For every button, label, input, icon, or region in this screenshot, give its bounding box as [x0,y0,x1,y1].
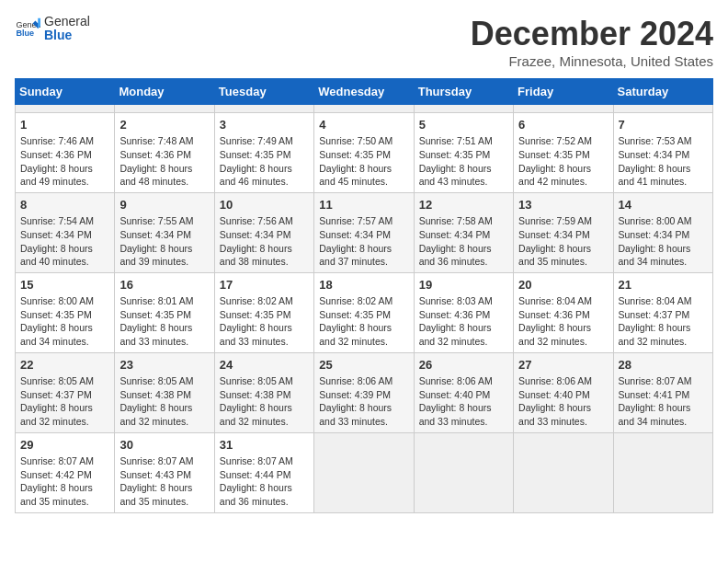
logo-icon: General Blue [15,16,40,41]
day-number: 30 [119,437,209,454]
sunrise-label: Sunrise: 7:58 AM [419,215,493,226]
day-number: 1 [20,117,109,133]
calendar-cell: 28Sunrise: 8:07 AMSunset: 4:41 PMDayligh… [613,352,712,432]
sunrise-label: Sunrise: 8:07 AM [20,455,94,466]
day-number: 3 [220,117,309,133]
sunrise-label: Sunrise: 8:07 AM [220,455,293,466]
day-number: 23 [119,357,209,373]
weekday-header-thursday: Thursday [414,79,513,105]
calendar-cell: 12Sunrise: 7:58 AMSunset: 4:34 PMDayligh… [414,192,513,272]
day-number: 12 [419,197,508,213]
sunrise-label: Sunrise: 7:53 AM [619,135,692,146]
sunset-label: Sunset: 4:35 PM [319,309,391,320]
sunrise-label: Sunrise: 7:54 AM [20,215,94,226]
sunset-label: Sunset: 4:39 PM [319,389,391,400]
sunset-label: Sunset: 4:34 PM [119,229,191,240]
sunset-label: Sunset: 4:38 PM [119,389,191,400]
calendar-table: SundayMondayTuesdayWednesdayThursdayFrid… [15,78,713,513]
logo-blue-text: Blue [44,29,90,42]
calendar-cell: 16Sunrise: 8:01 AMSunset: 4:35 PMDayligh… [115,272,214,352]
sunset-label: Sunset: 4:34 PM [419,229,491,240]
day-number: 27 [518,357,608,373]
calendar-cell [613,432,712,512]
daylight-label: Daylight: 8 hours and 33 minutes. [319,402,392,427]
daylight-label: Daylight: 8 hours and 49 minutes. [20,163,93,188]
day-number: 7 [619,117,708,133]
daylight-label: Daylight: 8 hours and 32 minutes. [220,402,292,427]
calendar-cell: 30Sunrise: 8:07 AMSunset: 4:43 PMDayligh… [115,432,214,512]
sunrise-label: Sunrise: 7:51 AM [419,135,493,146]
sunrise-label: Sunrise: 8:07 AM [619,375,692,386]
sunrise-label: Sunrise: 7:55 AM [119,215,193,226]
calendar-cell: 9Sunrise: 7:55 AMSunset: 4:34 PMDaylight… [115,192,214,272]
calendar-cell [514,105,613,113]
daylight-label: Daylight: 8 hours and 32 minutes. [119,402,192,427]
sunset-label: Sunset: 4:35 PM [518,149,590,160]
calendar-cell: 20Sunrise: 8:04 AMSunset: 4:36 PMDayligh… [514,272,613,352]
title-area: December 2024 Frazee, Minnesota, United … [471,15,713,69]
calendar-cell [314,105,414,113]
sunrise-label: Sunrise: 8:05 AM [20,375,94,386]
sunset-label: Sunset: 4:35 PM [220,309,291,320]
day-number: 14 [619,197,708,213]
sunrise-label: Sunrise: 7:57 AM [319,215,392,226]
sunset-label: Sunset: 4:37 PM [619,309,690,320]
calendar-cell: 19Sunrise: 8:03 AMSunset: 4:36 PMDayligh… [414,272,513,352]
calendar-week-4: 15Sunrise: 8:00 AMSunset: 4:35 PMDayligh… [16,272,713,352]
sunset-label: Sunset: 4:35 PM [419,149,491,160]
calendar-week-1 [16,105,713,113]
calendar-cell [314,432,414,512]
daylight-label: Daylight: 8 hours and 33 minutes. [220,322,292,347]
svg-text:Blue: Blue [16,29,34,39]
calendar-cell: 24Sunrise: 8:05 AMSunset: 4:38 PMDayligh… [214,352,313,432]
sunrise-label: Sunrise: 8:02 AM [220,295,293,306]
daylight-label: Daylight: 8 hours and 46 minutes. [220,163,292,188]
calendar-cell: 15Sunrise: 8:00 AMSunset: 4:35 PMDayligh… [16,272,115,352]
day-number: 29 [20,437,109,454]
calendar-cell: 14Sunrise: 8:00 AMSunset: 4:34 PMDayligh… [613,192,712,272]
weekday-header-sunday: Sunday [16,79,115,105]
day-number: 26 [419,357,508,373]
sunset-label: Sunset: 4:38 PM [220,389,291,400]
daylight-label: Daylight: 8 hours and 43 minutes. [419,163,492,188]
sunrise-label: Sunrise: 8:02 AM [319,295,392,306]
sunset-label: Sunset: 4:34 PM [518,229,590,240]
sunrise-label: Sunrise: 8:06 AM [419,375,493,386]
day-number: 9 [119,197,209,213]
sunrise-label: Sunrise: 8:05 AM [119,375,193,386]
sunset-label: Sunset: 4:34 PM [619,229,690,240]
calendar-cell: 17Sunrise: 8:02 AMSunset: 4:35 PMDayligh… [214,272,313,352]
day-number: 21 [619,277,708,293]
calendar-cell: 23Sunrise: 8:05 AMSunset: 4:38 PMDayligh… [115,352,214,432]
daylight-label: Daylight: 8 hours and 37 minutes. [319,243,392,268]
calendar-cell [414,432,513,512]
calendar-cell: 6Sunrise: 7:52 AMSunset: 4:35 PMDaylight… [514,113,613,193]
sunset-label: Sunset: 4:36 PM [119,149,191,160]
sunset-label: Sunset: 4:37 PM [20,389,92,400]
sunset-label: Sunset: 4:34 PM [619,149,690,160]
day-number: 25 [319,357,408,373]
day-number: 19 [419,277,508,293]
sunset-label: Sunset: 4:35 PM [20,309,92,320]
sunrise-label: Sunrise: 8:05 AM [220,375,293,386]
sunrise-label: Sunrise: 7:49 AM [220,135,293,146]
sunrise-label: Sunrise: 8:04 AM [619,295,692,306]
daylight-label: Daylight: 8 hours and 36 minutes. [220,482,292,507]
daylight-label: Daylight: 8 hours and 48 minutes. [119,163,192,188]
daylight-label: Daylight: 8 hours and 35 minutes. [20,482,93,507]
month-title: December 2024 [471,15,713,53]
daylight-label: Daylight: 8 hours and 45 minutes. [319,163,392,188]
calendar-cell: 31Sunrise: 8:07 AMSunset: 4:44 PMDayligh… [214,432,313,512]
sunrise-label: Sunrise: 8:01 AM [119,295,193,306]
daylight-label: Daylight: 8 hours and 34 minutes. [619,243,691,268]
daylight-label: Daylight: 8 hours and 32 minutes. [319,322,392,347]
day-number: 8 [20,197,109,213]
calendar-cell: 27Sunrise: 8:06 AMSunset: 4:40 PMDayligh… [514,352,613,432]
day-number: 16 [119,277,209,293]
day-number: 22 [20,357,109,373]
day-number: 5 [419,117,508,133]
calendar-cell: 22Sunrise: 8:05 AMSunset: 4:37 PMDayligh… [16,352,115,432]
day-number: 31 [220,437,309,454]
sunset-label: Sunset: 4:34 PM [20,229,92,240]
sunset-label: Sunset: 4:44 PM [220,469,291,480]
